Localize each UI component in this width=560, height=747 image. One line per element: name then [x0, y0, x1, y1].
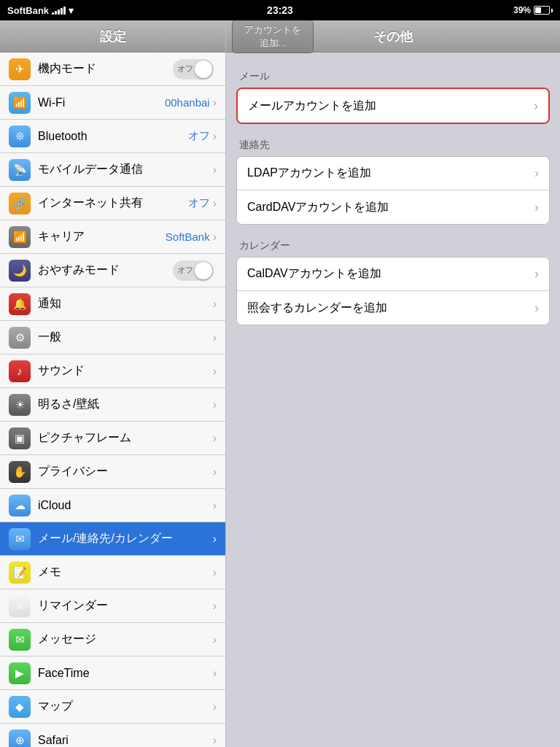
sound-icon: ♪	[9, 360, 31, 382]
right-panel-title: その他	[314, 28, 472, 45]
airplane-toggle[interactable]: オフ	[173, 59, 214, 80]
internet-icon: 🔗	[9, 193, 31, 214]
carrier-icon: 📶	[9, 226, 31, 248]
wifi-status-icon: ▾	[69, 5, 74, 16]
sidebar-item-reminders[interactable]: ≡リマインダー›	[0, 589, 225, 623]
sidebar-item-facetime[interactable]: ▶FaceTime›	[0, 657, 225, 690]
messages-label: メッセージ	[38, 632, 213, 647]
general-arrow: ›	[213, 331, 217, 344]
notes-label: メモ	[38, 565, 213, 580]
airplane-label: 機内モード	[38, 61, 173, 77]
sidebar-item-airplane[interactable]: ✈機内モードオフ	[0, 53, 225, 86]
sidebar-title: 設定	[100, 28, 126, 45]
add-mail-label: メールアカウントを追加	[248, 98, 534, 114]
status-time: 23:23	[267, 4, 293, 16]
main-container: 設定 ✈機内モードオフ📶Wi-Fi00hanbai›❊Bluetoothオフ›📡…	[0, 20, 560, 747]
facetime-arrow: ›	[213, 667, 217, 680]
sidebar-item-maps[interactable]: ◆マップ›	[0, 690, 225, 724]
signal-bar-1	[52, 12, 54, 15]
add-carddav-arrow: ›	[534, 200, 539, 215]
notifications-arrow: ›	[213, 298, 217, 311]
brightness-label: 明るさ/壁紙	[38, 397, 213, 412]
menu-row-add-caldav[interactable]: CalDAVアカウントを追加›	[237, 258, 549, 291]
section-header-contacts-section: 連絡先	[236, 139, 550, 152]
add-account-button[interactable]: アカウントを追加...	[232, 20, 314, 53]
wifi-value: 00hanbai	[165, 96, 210, 109]
add-calendar-label: 照会するカレンダーを追加	[247, 301, 534, 316]
internet-label: インターネット共有	[38, 196, 188, 211]
menu-row-add-mail[interactable]: メールアカウントを追加›	[238, 89, 548, 123]
status-right: 39%	[513, 5, 553, 15]
privacy-label: プライバシー	[38, 464, 213, 479]
sidebar-item-sound[interactable]: ♪サウンド›	[0, 355, 225, 388]
signal-bar-3	[58, 9, 60, 15]
notifications-icon: 🔔	[9, 293, 31, 315]
safari-label: Safari	[38, 734, 213, 747]
messages-arrow: ›	[213, 633, 217, 646]
menu-row-add-ldap[interactable]: LDAPアカウントを追加›	[237, 157, 549, 190]
status-bar: SoftBank ▾ 23:23 39%	[0, 0, 560, 20]
wifi-arrow: ›	[213, 96, 217, 109]
sidebar-item-notifications[interactable]: 🔔通知›	[0, 287, 225, 321]
add-caldav-arrow: ›	[534, 266, 539, 282]
carrier-label: キャリア	[38, 229, 166, 244]
menu-row-add-calendar[interactable]: 照会するカレンダーを追加›	[237, 291, 549, 325]
carrier-value: SoftBank	[166, 231, 210, 243]
safari-icon: ⊕	[9, 729, 31, 748]
sidebar-item-carrier[interactable]: 📶キャリアSoftBank›	[0, 220, 225, 254]
battery-icon	[534, 6, 553, 15]
sidebar-item-general[interactable]: ⚙一般›	[0, 321, 225, 355]
donotdisturb-toggle[interactable]: オフ	[173, 260, 214, 281]
sidebar-item-privacy[interactable]: ✋プライバシー›	[0, 455, 225, 489]
maps-icon: ◆	[9, 696, 31, 718]
sidebar-item-icloud[interactable]: ☁iCloud›	[0, 489, 225, 522]
add-ldap-label: LDAPアカウントを追加	[247, 166, 534, 181]
sound-arrow: ›	[213, 365, 217, 378]
sidebar-item-bluetooth[interactable]: ❊Bluetoothオフ›	[0, 120, 225, 153]
icloud-label: iCloud	[38, 499, 213, 512]
right-header: アカウントを追加... その他	[226, 20, 560, 53]
menu-group-calendar-section: CalDAVアカウントを追加›照会するカレンダーを追加›	[236, 257, 550, 325]
maps-arrow: ›	[213, 700, 217, 713]
sidebar-item-internet[interactable]: 🔗インターネット共有オフ›	[0, 187, 225, 220]
sidebar-item-cellular[interactable]: 📡モバイルデータ通信›	[0, 153, 225, 187]
sidebar-item-safari[interactable]: ⊕Safari›	[0, 724, 225, 747]
sidebar-item-notes[interactable]: 📝メモ›	[0, 556, 225, 589]
donotdisturb-icon: 🌙	[9, 260, 31, 282]
wifi-icon: 📶	[9, 92, 31, 114]
status-left: SoftBank ▾	[7, 5, 74, 16]
notes-arrow: ›	[213, 566, 217, 579]
general-label: 一般	[38, 330, 213, 345]
bluetooth-arrow: ›	[213, 130, 217, 143]
menu-row-add-carddav[interactable]: CardDAVアカウントを追加›	[237, 190, 549, 224]
mail-arrow: ›	[213, 533, 217, 546]
picture-label: ピクチャフレーム	[38, 430, 213, 446]
bluetooth-label: Bluetooth	[38, 130, 188, 143]
sidebar-item-wifi[interactable]: 📶Wi-Fi00hanbai›	[0, 86, 225, 120]
signal-bars	[52, 6, 66, 15]
icloud-arrow: ›	[213, 499, 217, 512]
menu-group-mail-section: メールアカウントを追加›	[236, 88, 550, 124]
sidebar-item-donotdisturb[interactable]: 🌙おやすみモードオフ	[0, 254, 225, 287]
sidebar-header: 設定	[0, 20, 225, 53]
add-caldav-label: CalDAVアカウントを追加	[247, 266, 534, 282]
right-content: メールメールアカウントを追加›連絡先LDAPアカウントを追加›CardDAVアカ…	[226, 53, 560, 747]
cellular-icon: 📡	[9, 159, 31, 181]
right-header-left: アカウントを追加...	[226, 20, 314, 53]
sidebar-item-picture[interactable]: ▣ピクチャフレーム›	[0, 422, 225, 455]
sidebar-item-brightness[interactable]: ☀明るさ/壁紙›	[0, 388, 225, 422]
sidebar-item-messages[interactable]: ✉メッセージ›	[0, 623, 225, 657]
brightness-icon: ☀	[9, 394, 31, 416]
notes-icon: 📝	[9, 562, 31, 584]
add-mail-arrow: ›	[534, 98, 538, 114]
internet-arrow: ›	[213, 197, 217, 210]
facetime-icon: ▶	[9, 662, 31, 684]
messages-icon: ✉	[9, 629, 31, 651]
reminders-arrow: ›	[213, 600, 217, 613]
safari-arrow: ›	[213, 734, 217, 747]
carrier-label: SoftBank	[7, 5, 49, 16]
donotdisturb-label: おやすみモード	[38, 263, 173, 278]
sidebar-item-mail[interactable]: ✉メール/連絡先/カレンダー›	[0, 522, 225, 556]
sound-label: サウンド	[38, 363, 213, 379]
reminders-icon: ≡	[9, 595, 31, 617]
